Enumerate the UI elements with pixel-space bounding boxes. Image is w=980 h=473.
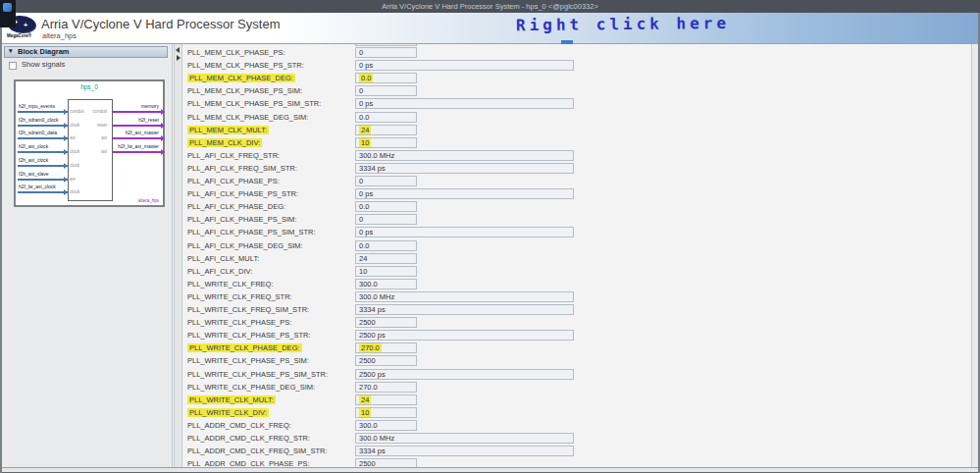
collapse-arrow-icon: ▾ xyxy=(9,46,13,56)
param-value-field[interactable]: 270.0 xyxy=(355,342,417,353)
window-titlebar[interactable]: Arria V/Cyclone V Hard Processor System … xyxy=(0,0,980,13)
param-value-field[interactable]: 0 xyxy=(355,214,417,225)
splitter-collapse-left-icon[interactable] xyxy=(176,47,180,53)
parameter-row: PLL_WRITE_CLK_DIV:10 xyxy=(182,407,971,420)
param-value-field[interactable]: 0.0 xyxy=(355,201,417,212)
parameter-row: PLL_AFI_CLK_DIV:10 xyxy=(182,266,971,279)
param-value-field[interactable]: 0 ps xyxy=(355,227,574,237)
app-icon[interactable] xyxy=(3,3,12,12)
show-signals-label[interactable]: Show signals xyxy=(22,60,65,69)
param-value-field[interactable]: 10 xyxy=(355,407,417,418)
port-wire[interactable] xyxy=(18,179,68,181)
port-wire[interactable] xyxy=(18,151,68,153)
port-label: memory xyxy=(141,104,159,109)
param-value-field[interactable]: 24 xyxy=(355,394,417,405)
param-value-field[interactable]: 24 xyxy=(355,125,417,135)
port-label: h2f_axi_master xyxy=(126,131,159,135)
port-wire[interactable] xyxy=(18,137,68,139)
port-wire[interactable] xyxy=(113,151,161,153)
param-value-field[interactable]: 0 xyxy=(355,85,417,96)
port-wire[interactable] xyxy=(113,125,161,127)
dialog-header: + + MegaCore® Arria V/Cyclone V Hard Pro… xyxy=(0,13,980,44)
param-value-field[interactable]: 24 xyxy=(355,253,417,264)
param-value-field[interactable]: 0.0 xyxy=(355,73,417,83)
panel-splitter[interactable] xyxy=(174,44,182,467)
port-wire[interactable] xyxy=(18,111,68,113)
port-wire[interactable] xyxy=(113,111,161,113)
param-value-field[interactable]: 300.0 MHz xyxy=(355,433,574,444)
parameter-row: PLL_WRITE_CLK_PHASE_PS_SIM_STR:2500 ps xyxy=(182,369,971,382)
param-label: PLL_MEM_CLK_PHASE_PS_SIM: xyxy=(187,86,302,96)
port-type-label: conduit xyxy=(70,109,84,114)
port-label: h2f_mpu_events xyxy=(19,104,55,109)
page-title: Arria V/Cyclone V Hard Processor System xyxy=(41,17,280,31)
param-value-field[interactable]: 2500 ps xyxy=(355,369,574,380)
param-label: PLL_WRITE_CLK_FREQ_STR: xyxy=(187,292,292,302)
param-label: PLL_AFI_CLK_FREQ_SIM_STR: xyxy=(187,164,297,174)
port-wire[interactable] xyxy=(18,165,68,167)
param-value-field[interactable]: 10 xyxy=(355,137,417,148)
param-value-field[interactable]: 3334 ps xyxy=(355,163,574,174)
param-value-field[interactable]: 0 ps xyxy=(355,60,574,71)
port-wire[interactable] xyxy=(18,125,68,127)
param-value-field[interactable]: 10 xyxy=(355,266,417,277)
arrowhead-icon xyxy=(64,149,68,155)
param-value-field[interactable]: 300.0 xyxy=(355,420,417,431)
param-label: PLL_ADDR_CMD_CLK_PHASE_PS: xyxy=(187,459,310,467)
param-label: PLL_AFI_CLK_DIV: xyxy=(187,267,252,277)
block-diagram-panel: ▾ Block Diagram Show signals hps_0 h2f_m… xyxy=(2,44,173,467)
param-value-field[interactable]: 2500 xyxy=(355,355,417,366)
port-label: h2f_axi_clock xyxy=(19,144,48,149)
port-label: f2h_sdram0_clock xyxy=(19,118,59,123)
param-value-field[interactable]: 3334 ps xyxy=(355,304,574,315)
param-value-field[interactable]: 2500 ps xyxy=(355,330,574,341)
parameter-row: PLL_AFI_CLK_PHASE_PS_STR:0 ps xyxy=(182,188,971,201)
port-label: f2h_axi_slave xyxy=(19,172,49,177)
parameter-row: PLL_AFI_CLK_PHASE_DEG:0.0 xyxy=(182,201,971,214)
param-label: PLL_WRITE_CLK_FREQ: xyxy=(187,280,274,289)
parameter-row: PLL_ADDR_CMD_CLK_FREQ_STR:300.0 MHz xyxy=(182,433,971,446)
param-label: PLL_AFI_CLK_PHASE_DEG_SIM: xyxy=(187,241,303,251)
param-value-field[interactable]: 0.0 xyxy=(355,240,417,251)
block-diagram-section-header[interactable]: ▾ Block Diagram xyxy=(4,46,168,58)
right-click-here-annotation: Right click here xyxy=(486,14,760,35)
param-value-field[interactable]: 0.0 xyxy=(355,112,417,123)
param-label: PLL_WRITE_CLK_FREQ_SIM_STR: xyxy=(187,305,309,315)
arrowhead-icon xyxy=(64,123,68,129)
param-value-field[interactable]: 300.0 xyxy=(355,279,417,289)
param-value-field[interactable]: 2500 xyxy=(355,317,417,328)
parameter-row: PLL_WRITE_CLK_FREQ_STR:300.0 MHz xyxy=(182,291,971,304)
parameter-row: PLL_ADDR_CMD_CLK_FREQ_SIM_STR:3334 ps xyxy=(182,446,971,458)
param-value-field[interactable]: 300.0 MHz xyxy=(355,291,574,302)
param-value-field[interactable]: 2500 xyxy=(355,458,417,467)
parameter-row: PLL_MEM_CLK_PHASE_PS_SIM:0 xyxy=(182,85,971,98)
parameter-row: PLL_WRITE_CLK_PHASE_PS_STR:2500 ps xyxy=(182,330,971,342)
param-value-field[interactable]: 300.0 MHz xyxy=(355,150,574,161)
param-label: PLL_WRITE_CLK_PHASE_PS_SIM: xyxy=(187,356,309,366)
application-window: Arria V/Cyclone V Hard Processor System … xyxy=(0,0,980,473)
param-value-field[interactable]: 0 ps xyxy=(355,188,574,199)
param-label: PLL_MEM_CLK_PHASE_PS: xyxy=(187,48,285,58)
param-value-field[interactable]: 0 ps xyxy=(355,98,574,109)
hps-block-diagram[interactable]: hps_0 h2f_mpu_eventsconduitf2h_sdram0_cl… xyxy=(14,79,165,207)
param-value-field[interactable]: 0 xyxy=(355,176,417,186)
param-value-field[interactable]: 3334 ps xyxy=(355,446,574,456)
param-value-field[interactable]: 270.0 xyxy=(355,382,417,393)
vertical-scrollbar[interactable] xyxy=(971,44,978,467)
port-wire[interactable] xyxy=(113,137,161,139)
parameter-row: PLL_WRITE_CLK_PHASE_PS:2500 xyxy=(182,317,971,330)
window-title: Arria V/Cyclone V Hard Processor System … xyxy=(382,2,598,11)
port-type-label: reset xyxy=(97,123,107,128)
param-label: PLL_AFI_CLK_PHASE_PS_STR: xyxy=(187,189,298,199)
horizontal-scrollbar[interactable] xyxy=(0,467,980,473)
show-signals-checkbox[interactable] xyxy=(9,62,17,70)
param-label: PLL_WRITE_CLK_DIV: xyxy=(187,408,269,418)
port-wire[interactable] xyxy=(18,191,68,193)
param-label: PLL_WRITE_CLK_PHASE_PS_STR: xyxy=(187,331,310,341)
port-type-label: axi xyxy=(70,135,76,140)
param-value-field[interactable]: 0 xyxy=(355,47,417,58)
port-label: h2f_reset xyxy=(138,118,159,123)
port-type-label: clock xyxy=(70,163,79,168)
parameter-row: PLL_AFI_CLK_PHASE_PS:0 xyxy=(182,176,971,188)
splitter-collapse-right-icon[interactable] xyxy=(177,55,181,61)
